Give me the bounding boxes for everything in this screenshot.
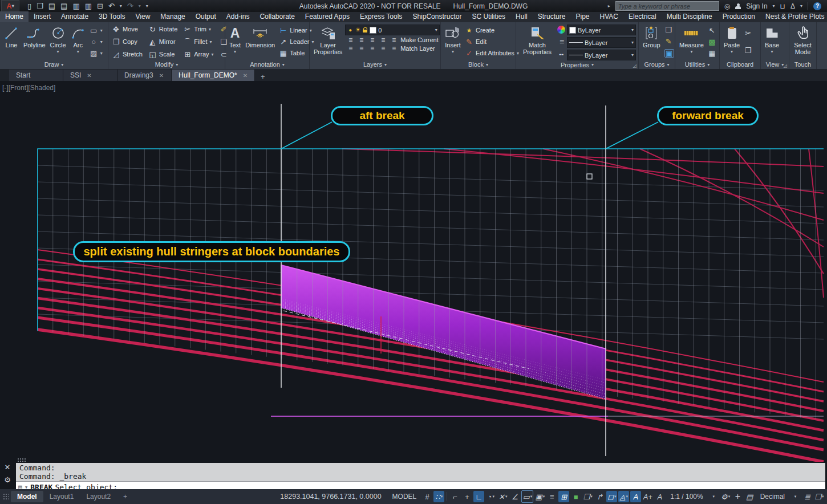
linetype-select[interactable]: ByLayer▾ [567, 50, 636, 60]
customization-icon[interactable]: ≣ [802, 491, 813, 502]
isometric-drafting-icon[interactable]: ∠ [509, 491, 520, 502]
file-tab-drawing3[interactable]: Drawing3✕ [117, 70, 172, 81]
rotate-button[interactable]: ↻Rotate [147, 24, 179, 35]
ribbon-tab-sc-utilities[interactable]: SC Utilities [467, 11, 510, 22]
file-tab-ssi[interactable]: SSI✕ [63, 70, 117, 81]
annotation-scale-value[interactable]: 1:1 / 100% [666, 493, 707, 501]
move-button[interactable]: ✥Move [111, 24, 144, 35]
model-tab[interactable]: Model [11, 491, 43, 502]
command-customize-icon[interactable]: ⚙ [4, 475, 11, 484]
selection-cycling-icon[interactable]: ⊞ [558, 491, 569, 502]
hatch-button[interactable]: ▨▾ [88, 50, 104, 57]
app-store-cart-icon[interactable]: ⊔ [780, 2, 785, 10]
coordinates-display[interactable]: 18293.1041, 9766.1731, 0.0000 [274, 493, 387, 501]
3d-object-snap-icon[interactable]: ■ [570, 491, 581, 502]
match-layer-button[interactable]: Match Layer [400, 45, 435, 52]
dynamic-input-icon[interactable]: + [461, 491, 472, 502]
ribbon-tab-add-ins[interactable]: Add-ins [221, 11, 255, 22]
annotation-visibility-icon[interactable]: A [630, 491, 641, 502]
close-tab-icon[interactable]: ✕ [159, 72, 164, 79]
ellipse-button[interactable]: ○▾ [88, 38, 104, 46]
gizmo-icon[interactable]: ◬▾ [618, 491, 629, 502]
layout1-tab[interactable]: Layout1 [43, 491, 80, 502]
display-lock-icon[interactable]: ❐▾ [814, 491, 825, 502]
panel-label-block[interactable]: Block▾ [441, 60, 516, 69]
ortho-mode-icon[interactable]: ∟ [473, 491, 484, 502]
make-current-icon[interactable]: ≡ [390, 36, 398, 44]
grid-icon[interactable]: # [421, 491, 432, 502]
sign-in-caret-icon[interactable]: ▾ [773, 3, 775, 9]
panel-label-touch[interactable]: Touch [789, 60, 816, 69]
rectangle-button[interactable]: ▭▾ [88, 27, 104, 34]
command-close-icon[interactable]: ✕ [5, 463, 11, 472]
command-window-grip[interactable] [17, 458, 26, 462]
copy-button[interactable]: ❐Copy [111, 36, 144, 48]
object-snap-icon[interactable]: ▭▾ [521, 490, 533, 503]
transfer-button[interactable]: ▥ [85, 2, 92, 10]
cut-button[interactable]: ✂ [743, 30, 753, 37]
dynamic-ucs-icon[interactable]: ▣▾ [534, 491, 545, 502]
workspace-gear-icon[interactable]: ⚙▾ [720, 491, 731, 502]
status-grip[interactable] [3, 493, 9, 500]
layer-isolate-icon[interactable]: ≡ [357, 36, 366, 44]
save-as-button[interactable]: ▤ [60, 2, 67, 10]
fillet-button[interactable]: ⌒Fillet▾ [182, 36, 214, 48]
layer-lock-tool-icon[interactable]: ≡ [379, 36, 387, 44]
units-caret-icon[interactable]: ▾ [790, 491, 801, 502]
panel-label-annotation[interactable]: Annotation▾ [225, 60, 309, 69]
ucs-icon[interactable]: ↱ [594, 491, 605, 502]
ribbon-tab-electrical[interactable]: Electrical [623, 11, 662, 22]
panel-label-layers[interactable]: Layers▾ [310, 60, 440, 69]
object-color-select[interactable]: ByLayer▾ [567, 25, 636, 35]
view-cube-icon[interactable]: ◻▾ [606, 491, 617, 502]
panel-label-draw[interactable]: Draw▾ [0, 60, 108, 69]
snap-mode-icon[interactable]: ∷▾ [433, 491, 444, 502]
units-value[interactable]: Decimal [756, 493, 789, 501]
open-file-button[interactable]: ❒ [37, 2, 43, 10]
ribbon-tab-pipe[interactable]: Pipe [570, 11, 594, 22]
view-dialog-launcher-icon[interactable]: ◿ [784, 63, 787, 68]
undo-caret-icon[interactable]: ▾ [120, 3, 122, 9]
dimension-button[interactable]: Dimension [244, 24, 277, 60]
new-drawing-tab-button[interactable]: + [255, 72, 271, 81]
layout2-tab[interactable]: Layout2 [80, 491, 117, 502]
ribbon-tab-manage[interactable]: Manage [155, 11, 190, 22]
make-current-button[interactable]: Make Current [400, 36, 439, 44]
base-button[interactable]: Base ▾ [763, 24, 781, 60]
annotation-scale-icon[interactable]: A [654, 491, 665, 502]
infer-constraints-icon[interactable]: ⌐ [449, 491, 460, 502]
line-button[interactable]: Line [2, 24, 21, 60]
create-block-button[interactable]: ★Create [464, 27, 520, 34]
units-ruler-icon[interactable]: ▤ [744, 491, 755, 502]
ribbon-tab-home[interactable]: Home [0, 11, 29, 22]
close-tab-icon[interactable]: ✕ [87, 72, 91, 79]
calculator-button[interactable]: ▦ [707, 50, 717, 57]
app-menu-button[interactable]: A▾ [1, 0, 19, 12]
ribbon-tab-3d-tools[interactable]: 3D Tools [94, 11, 130, 22]
text-button[interactable]: A Text ▾ [228, 24, 242, 60]
drawing-canvas[interactable]: [-][Front][Shaded] [0, 81, 827, 462]
panel-label-modify[interactable]: Modify▾ [108, 60, 225, 69]
sheet-set-button[interactable]: ▥ [72, 2, 79, 10]
ribbon-tab-express-tools[interactable]: Express Tools [355, 11, 407, 22]
undo-button[interactable]: ↶ [108, 2, 115, 10]
ribbon-tab-production[interactable]: Production [717, 11, 760, 22]
redo-caret-icon[interactable]: ▾ [139, 3, 141, 9]
panel-label-groups[interactable]: Groups▾ [639, 60, 675, 69]
polar-tracking-icon[interactable]: ◔▾ [485, 491, 496, 502]
ungroup-button[interactable]: ❒ [663, 26, 675, 34]
redo-button[interactable]: ↷ [127, 2, 133, 10]
edit-block-button[interactable]: ✎Edit [464, 38, 520, 46]
search-icon[interactable]: ◎ [724, 2, 730, 10]
group-selection-toggle[interactable]: ▣ [663, 49, 675, 58]
layer-unisolate-icon[interactable]: ≡ [357, 45, 366, 52]
array-button[interactable]: ⊞Array▾ [182, 48, 214, 60]
quick-calc-button[interactable]: ▩ [707, 38, 717, 46]
autodesk-caret-icon[interactable]: ▾ [800, 3, 802, 9]
measure-button[interactable]: Measure ▾ [678, 24, 706, 60]
group-button[interactable]: Group [641, 24, 662, 60]
file-tab-hull-form-demo[interactable]: Hull_Form_DEMO*✕ [172, 70, 255, 81]
circle-button[interactable]: Circle ▾ [48, 24, 68, 60]
lineweight-display-icon[interactable]: ≡ [546, 491, 557, 502]
new-layout-button[interactable]: + [117, 491, 133, 502]
